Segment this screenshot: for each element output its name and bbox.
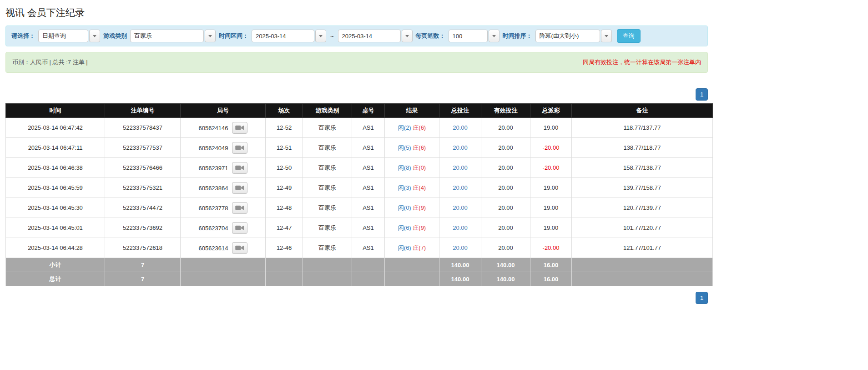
header-valid-bet: 有效投注 <box>481 104 530 118</box>
result-player: 闲(3) <box>398 184 411 191</box>
subtotal-label: 小计 <box>6 258 105 272</box>
cell-valid-bet: 20.00 <box>481 218 530 238</box>
cell-payout: 19.00 <box>530 218 572 238</box>
result-banker: 庄(7) <box>413 244 426 251</box>
page-size-input[interactable] <box>449 30 488 42</box>
query-type-label: 请选择： <box>11 32 35 40</box>
cell-game-type: 百家乐 <box>303 158 352 178</box>
page-1-button[interactable]: 1 <box>696 292 708 304</box>
page-1-button[interactable]: 1 <box>696 88 708 101</box>
video-replay-button[interactable] <box>232 222 247 234</box>
cell-game-type: 百家乐 <box>303 178 352 198</box>
total-bet-link[interactable]: 20.00 <box>453 124 468 131</box>
cell-result: 闲(8) 庄(0) <box>385 158 439 178</box>
subtotal-count: 7 <box>105 258 181 272</box>
cell-remark: 158.77/138.77 <box>572 158 713 178</box>
date-to-dropdown-button[interactable] <box>402 30 413 42</box>
video-replay-button[interactable] <box>232 122 247 134</box>
cell-bet-id: 522337575321 <box>105 178 181 198</box>
cell-remark: 138.77/118.77 <box>572 138 713 158</box>
cell-game-type: 百家乐 <box>303 118 352 138</box>
cell-total-bet: 20.00 <box>439 138 481 158</box>
chevron-down-icon <box>605 35 608 37</box>
video-replay-button[interactable] <box>232 182 247 194</box>
payout-value: 19.00 <box>544 184 559 191</box>
cell-time: 2025-03-14 06:44:28 <box>6 238 105 258</box>
cell-session: 12-48 <box>266 198 303 218</box>
cell-payout: 19.00 <box>530 118 572 138</box>
cell-result: 闲(0) 庄(9) <box>385 198 439 218</box>
payout-value: -20.00 <box>543 144 560 151</box>
game-type-input[interactable] <box>130 30 204 42</box>
cell-bet-id: 522337578437 <box>105 118 181 138</box>
total-count: 7 <box>105 272 181 286</box>
result-player: 闲(6) <box>398 244 411 251</box>
cell-result: 闲(3) 庄(4) <box>385 178 439 198</box>
video-replay-button[interactable] <box>232 242 247 254</box>
total-bet-link[interactable]: 20.00 <box>453 164 468 171</box>
query-type-input[interactable] <box>38 30 88 42</box>
result-player: 闲(5) <box>398 144 411 151</box>
page-size-dropdown-button[interactable] <box>489 30 500 42</box>
total-bet-link[interactable]: 20.00 <box>453 184 468 191</box>
cell-remark: 121.77/101.77 <box>572 238 713 258</box>
date-to-combo <box>338 30 413 42</box>
cell-bet-id: 522337577537 <box>105 138 181 158</box>
cell-payout: 19.00 <box>530 198 572 218</box>
bet-records-table: 时间 注单编号 局号 场次 游戏类别 桌号 结果 总投注 有效投注 总派彩 备注… <box>5 103 713 286</box>
result-banker: 庄(6) <box>413 124 426 131</box>
table-footer: 小计 7 140.00 140.00 16.00 总计 7 1 <box>6 258 713 286</box>
cell-time: 2025-03-14 06:45:01 <box>6 218 105 238</box>
cell-round-id: 605623971 <box>181 158 266 178</box>
game-type-dropdown-button[interactable] <box>205 30 216 42</box>
total-bet-link[interactable]: 20.00 <box>453 224 468 231</box>
header-remark: 备注 <box>572 104 713 118</box>
summary-payout: 16.00 <box>530 258 572 272</box>
result-banker: 庄(4) <box>413 184 426 191</box>
total-bet-link[interactable]: 20.00 <box>453 244 468 251</box>
cell-total-bet: 20.00 <box>439 178 481 198</box>
payout-value: 19.00 <box>544 224 559 231</box>
cell-result: 闲(2) 庄(6) <box>385 118 439 138</box>
date-from-input[interactable] <box>252 30 314 42</box>
cell-table-no: AS1 <box>352 178 385 198</box>
cell-bet-id: 522337574472 <box>105 198 181 218</box>
query-type-dropdown-button[interactable] <box>89 30 100 42</box>
date-to-input[interactable] <box>338 30 401 42</box>
sort-dropdown-button[interactable] <box>601 30 612 42</box>
cell-round-id: 605623614 <box>181 238 266 258</box>
table-row: 2025-03-14 06:45:01 522337573692 6056237… <box>6 218 713 238</box>
cell-table-no: AS1 <box>352 138 385 158</box>
header-payout: 总派彩 <box>530 104 572 118</box>
total-total-bet: 140.00 <box>439 272 481 286</box>
video-replay-button[interactable] <box>232 162 247 174</box>
video-replay-button[interactable] <box>232 142 247 154</box>
chevron-down-icon <box>405 35 409 37</box>
total-bet-link[interactable]: 20.00 <box>453 204 468 211</box>
date-from-dropdown-button[interactable] <box>315 30 326 42</box>
total-bet-link[interactable]: 20.00 <box>453 144 468 151</box>
header-table-no: 桌号 <box>352 104 385 118</box>
table-row: 2025-03-14 06:45:30 522337574472 6056237… <box>6 198 713 218</box>
cell-remark: 139.77/158.77 <box>572 178 713 198</box>
date-range-separator: ~ <box>330 33 334 40</box>
cell-valid-bet: 20.00 <box>481 178 530 198</box>
page-size-label: 每页笔数： <box>416 32 445 40</box>
rule-note-text: 同局有效投注，统一计算在该局第一张注单内 <box>583 58 701 66</box>
video-camera-icon <box>235 225 244 231</box>
cell-session: 12-49 <box>266 178 303 198</box>
sort-input[interactable] <box>535 30 600 42</box>
cell-remark: 118.77/137.77 <box>572 118 713 138</box>
page-title: 视讯 会员下注纪录 <box>5 6 708 19</box>
chevron-down-icon <box>208 35 212 37</box>
search-button[interactable]: 查询 <box>617 29 641 43</box>
video-replay-button[interactable] <box>232 202 247 214</box>
total-label: 总计 <box>6 272 105 286</box>
cell-valid-bet: 20.00 <box>481 158 530 178</box>
cell-round-id: 605624049 <box>181 138 266 158</box>
header-session: 场次 <box>266 104 303 118</box>
total-row: 总计 7 140.00 140.00 16.00 <box>6 272 713 286</box>
cell-bet-id: 522337576466 <box>105 158 181 178</box>
cell-result: 闲(6) 庄(9) <box>385 218 439 238</box>
cell-result: 闲(5) 庄(6) <box>385 138 439 158</box>
